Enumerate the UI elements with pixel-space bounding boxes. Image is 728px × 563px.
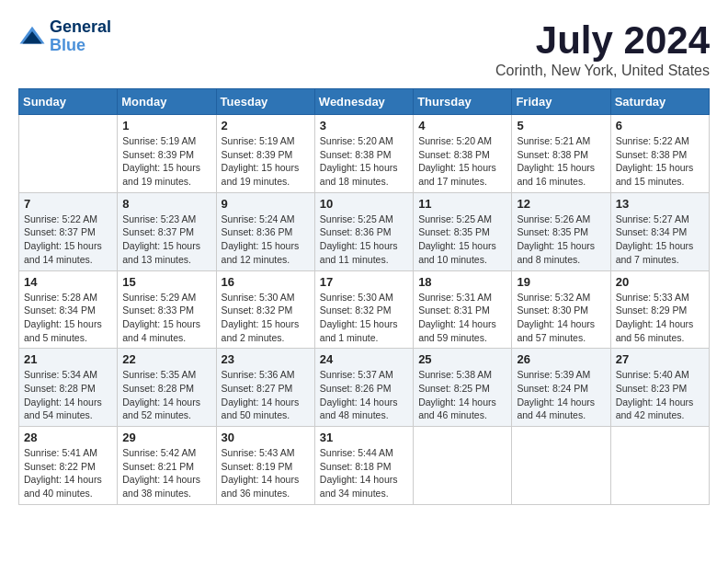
day-info: Sunrise: 5:39 AMSunset: 8:24 PMDaylight:…: [517, 368, 605, 422]
day-info: Sunrise: 5:24 AMSunset: 8:36 PMDaylight:…: [222, 213, 310, 267]
calendar-cell: 8Sunrise: 5:23 AMSunset: 8:37 PMDaylight…: [118, 192, 216, 270]
day-number: 23: [222, 352, 310, 366]
calendar-cell: [610, 427, 709, 505]
day-number: 31: [320, 431, 408, 444]
day-number: 15: [122, 275, 210, 289]
day-number: 7: [24, 197, 112, 211]
calendar-cell: 17Sunrise: 5:30 AMSunset: 8:32 PMDayligh…: [314, 270, 413, 349]
calendar-cell: 24Sunrise: 5:37 AMSunset: 8:26 PMDayligh…: [314, 349, 413, 427]
day-info: Sunrise: 5:38 AMSunset: 8:25 PMDaylight:…: [418, 368, 506, 422]
day-info: Sunrise: 5:40 AMSunset: 8:23 PMDaylight:…: [616, 368, 704, 422]
calendar-cell: 12Sunrise: 5:26 AMSunset: 8:35 PMDayligh…: [512, 192, 610, 270]
logo-text: General Blue: [50, 18, 111, 55]
calendar-cell: 31Sunrise: 5:44 AMSunset: 8:18 PMDayligh…: [314, 427, 413, 505]
day-number: 25: [418, 352, 506, 366]
page-header: General Blue July 2024 Corinth, New York…: [18, 18, 710, 79]
day-info: Sunrise: 5:33 AMSunset: 8:29 PMDaylight:…: [616, 291, 704, 345]
calendar-cell: 3Sunrise: 5:20 AMSunset: 8:38 PMDaylight…: [314, 115, 413, 193]
calendar-cell: 30Sunrise: 5:43 AMSunset: 8:19 PMDayligh…: [216, 427, 314, 505]
day-info: Sunrise: 5:30 AMSunset: 8:32 PMDaylight:…: [320, 291, 408, 345]
calendar-cell: 1Sunrise: 5:19 AMSunset: 8:39 PMDaylight…: [118, 115, 216, 193]
day-number: 18: [418, 275, 506, 289]
day-info: Sunrise: 5:30 AMSunset: 8:32 PMDaylight:…: [222, 291, 310, 345]
day-number: 3: [320, 119, 408, 132]
day-number: 1: [122, 119, 210, 132]
day-info: Sunrise: 5:25 AMSunset: 8:36 PMDaylight:…: [320, 213, 408, 267]
day-number: 12: [517, 197, 605, 211]
calendar-cell: 5Sunrise: 5:21 AMSunset: 8:38 PMDaylight…: [512, 115, 610, 193]
calendar-cell: 18Sunrise: 5:31 AMSunset: 8:31 PMDayligh…: [414, 270, 512, 349]
calendar-cell: [414, 427, 512, 505]
calendar-cell: 16Sunrise: 5:30 AMSunset: 8:32 PMDayligh…: [216, 270, 314, 349]
day-info: Sunrise: 5:28 AMSunset: 8:34 PMDaylight:…: [24, 291, 112, 345]
calendar-cell: 9Sunrise: 5:24 AMSunset: 8:36 PMDaylight…: [216, 192, 314, 270]
weekday-header-row: SundayMondayTuesdayWednesdayThursdayFrid…: [19, 89, 710, 115]
weekday-header-sunday: Sunday: [19, 89, 118, 115]
day-number: 6: [616, 119, 704, 132]
day-number: 11: [418, 197, 506, 211]
calendar-cell: 21Sunrise: 5:34 AMSunset: 8:28 PMDayligh…: [19, 349, 118, 427]
day-info: Sunrise: 5:23 AMSunset: 8:37 PMDaylight:…: [122, 213, 210, 267]
calendar-cell: 19Sunrise: 5:32 AMSunset: 8:30 PMDayligh…: [512, 270, 610, 349]
day-number: 17: [320, 275, 408, 289]
calendar-cell: 13Sunrise: 5:27 AMSunset: 8:34 PMDayligh…: [610, 192, 709, 270]
day-info: Sunrise: 5:44 AMSunset: 8:18 PMDaylight:…: [320, 446, 408, 500]
calendar-cell: 26Sunrise: 5:39 AMSunset: 8:24 PMDayligh…: [512, 349, 610, 427]
day-info: Sunrise: 5:21 AMSunset: 8:38 PMDaylight:…: [517, 134, 605, 189]
day-info: Sunrise: 5:27 AMSunset: 8:34 PMDaylight:…: [616, 213, 704, 267]
day-info: Sunrise: 5:26 AMSunset: 8:35 PMDaylight:…: [517, 213, 605, 267]
day-info: Sunrise: 5:34 AMSunset: 8:28 PMDaylight:…: [24, 368, 112, 422]
calendar-cell: 25Sunrise: 5:38 AMSunset: 8:25 PMDayligh…: [414, 349, 512, 427]
calendar-table: SundayMondayTuesdayWednesdayThursdayFrid…: [18, 88, 710, 505]
day-number: 30: [222, 431, 310, 444]
day-number: 10: [320, 197, 408, 211]
day-info: Sunrise: 5:43 AMSunset: 8:19 PMDaylight:…: [222, 446, 310, 500]
day-number: 28: [24, 431, 112, 444]
calendar-week-2: 7Sunrise: 5:22 AMSunset: 8:37 PMDaylight…: [19, 192, 710, 270]
day-number: 20: [616, 275, 704, 289]
day-number: 13: [616, 197, 704, 211]
day-number: 16: [222, 275, 310, 289]
day-info: Sunrise: 5:35 AMSunset: 8:28 PMDaylight:…: [122, 368, 210, 422]
day-number: 2: [222, 119, 310, 132]
calendar-cell: 14Sunrise: 5:28 AMSunset: 8:34 PMDayligh…: [19, 270, 118, 349]
day-info: Sunrise: 5:32 AMSunset: 8:30 PMDaylight:…: [517, 291, 605, 345]
day-info: Sunrise: 5:36 AMSunset: 8:27 PMDaylight:…: [222, 368, 310, 422]
calendar-cell: [512, 427, 610, 505]
day-number: 24: [320, 352, 408, 366]
calendar-cell: 27Sunrise: 5:40 AMSunset: 8:23 PMDayligh…: [610, 349, 709, 427]
day-info: Sunrise: 5:42 AMSunset: 8:21 PMDaylight:…: [122, 446, 210, 500]
calendar-week-1: 1Sunrise: 5:19 AMSunset: 8:39 PMDaylight…: [19, 115, 710, 193]
calendar-week-4: 21Sunrise: 5:34 AMSunset: 8:28 PMDayligh…: [19, 349, 710, 427]
day-info: Sunrise: 5:22 AMSunset: 8:38 PMDaylight:…: [616, 134, 704, 189]
weekday-header-tuesday: Tuesday: [216, 89, 314, 115]
day-number: 29: [122, 431, 210, 444]
calendar-cell: 11Sunrise: 5:25 AMSunset: 8:35 PMDayligh…: [414, 192, 512, 270]
logo: General Blue: [18, 18, 111, 55]
day-info: Sunrise: 5:25 AMSunset: 8:35 PMDaylight:…: [418, 213, 506, 267]
logo-icon: [18, 23, 46, 51]
calendar-cell: 22Sunrise: 5:35 AMSunset: 8:28 PMDayligh…: [118, 349, 216, 427]
weekday-header-wednesday: Wednesday: [314, 89, 413, 115]
day-number: 21: [24, 352, 112, 366]
calendar-cell: 2Sunrise: 5:19 AMSunset: 8:39 PMDaylight…: [216, 115, 314, 193]
day-info: Sunrise: 5:20 AMSunset: 8:38 PMDaylight:…: [320, 134, 408, 189]
calendar-week-5: 28Sunrise: 5:41 AMSunset: 8:22 PMDayligh…: [19, 427, 710, 505]
day-info: Sunrise: 5:29 AMSunset: 8:33 PMDaylight:…: [122, 291, 210, 345]
weekday-header-saturday: Saturday: [610, 89, 709, 115]
calendar-cell: 7Sunrise: 5:22 AMSunset: 8:37 PMDaylight…: [19, 192, 118, 270]
day-number: 27: [616, 352, 704, 366]
calendar-cell: 28Sunrise: 5:41 AMSunset: 8:22 PMDayligh…: [19, 427, 118, 505]
day-info: Sunrise: 5:20 AMSunset: 8:38 PMDaylight:…: [418, 134, 506, 189]
calendar-cell: 29Sunrise: 5:42 AMSunset: 8:21 PMDayligh…: [118, 427, 216, 505]
day-info: Sunrise: 5:31 AMSunset: 8:31 PMDaylight:…: [418, 291, 506, 345]
day-number: 19: [517, 275, 605, 289]
weekday-header-thursday: Thursday: [414, 89, 512, 115]
day-number: 4: [418, 119, 506, 132]
calendar-cell: 20Sunrise: 5:33 AMSunset: 8:29 PMDayligh…: [610, 270, 709, 349]
day-number: 26: [517, 352, 605, 366]
calendar-week-3: 14Sunrise: 5:28 AMSunset: 8:34 PMDayligh…: [19, 270, 710, 349]
month-title: July 2024: [495, 18, 710, 63]
calendar-cell: 15Sunrise: 5:29 AMSunset: 8:33 PMDayligh…: [118, 270, 216, 349]
day-info: Sunrise: 5:37 AMSunset: 8:26 PMDaylight:…: [320, 368, 408, 422]
